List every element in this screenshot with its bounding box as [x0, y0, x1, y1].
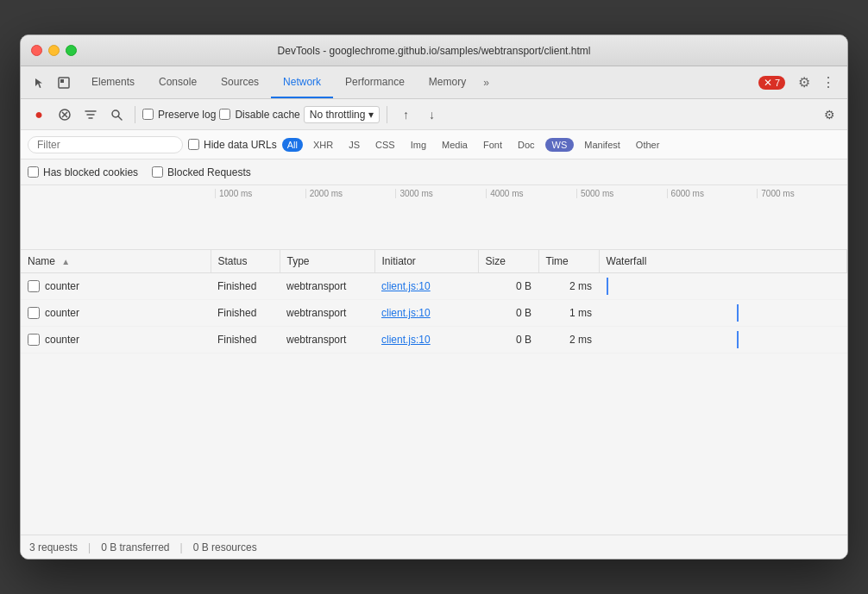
waterfall-bar-0	[607, 278, 608, 295]
disable-cache-label[interactable]: Disable cache	[219, 109, 299, 121]
preserve-log-checkbox[interactable]	[142, 109, 154, 120]
filter-other[interactable]: Other	[631, 138, 665, 152]
tab-network[interactable]: Network	[271, 66, 333, 98]
table-row[interactable]: counter Finished webtransport client.js:…	[21, 273, 847, 300]
hide-data-urls-label[interactable]: Hide data URLs	[188, 139, 277, 151]
table-row[interactable]: counter Finished webtransport client.js:…	[21, 327, 847, 353]
tab-more-button[interactable]: »	[478, 77, 494, 89]
cell-initiator-0: client.js:10	[374, 273, 478, 300]
tab-console[interactable]: Console	[147, 66, 209, 98]
network-toolbar: ● Preserve log Disable cache	[21, 99, 847, 130]
tick-5000: 5000 ms	[576, 189, 667, 198]
filter-ws[interactable]: WS	[545, 138, 575, 152]
network-settings-button[interactable]: ⚙	[818, 103, 840, 126]
col-header-status[interactable]: Status	[211, 250, 280, 273]
cell-time-2: 2 ms	[538, 327, 599, 353]
devtools-settings-button[interactable]: ⚙	[792, 71, 816, 95]
toolbar-divider-2	[387, 106, 387, 123]
tab-list: Elements Console Sources Network Perform…	[79, 66, 494, 98]
disable-cache-checkbox[interactable]	[219, 109, 230, 120]
row-checkbox-2[interactable]	[28, 334, 40, 346]
col-header-time[interactable]: Time	[538, 250, 599, 273]
tab-elements[interactable]: Elements	[79, 66, 147, 98]
col-header-initiator[interactable]: Initiator	[374, 250, 478, 273]
cell-time-1: 1 ms	[538, 300, 599, 327]
has-blocked-cookies-checkbox[interactable]	[28, 166, 39, 178]
row-checkbox-1[interactable]	[28, 307, 40, 319]
tab-memory[interactable]: Memory	[417, 66, 478, 98]
cell-initiator-1: client.js:10	[374, 300, 478, 327]
cell-size-0: 0 B	[478, 273, 538, 300]
hide-data-urls-checkbox[interactable]	[188, 139, 199, 150]
filter-bar: Hide data URLs All XHR JS CSS Img Media …	[21, 130, 847, 159]
requests-count: 3 requests	[29, 541, 78, 553]
filter-font[interactable]: Font	[478, 138, 507, 152]
tick-6000: 6000 ms	[667, 189, 758, 198]
svg-rect-1	[60, 79, 64, 83]
preserve-log-label[interactable]: Preserve log	[142, 109, 216, 121]
initiator-link-1[interactable]: client.js:10	[381, 307, 431, 319]
window-title: DevTools - googlechrome.github.io/sample…	[278, 45, 591, 57]
transferred-size: 0 B transferred	[101, 541, 169, 553]
tab-sources[interactable]: Sources	[209, 66, 271, 98]
toolbar-divider-1	[135, 106, 135, 123]
timeline-header: 1000 ms 2000 ms 3000 ms 4000 ms 5000 ms …	[21, 185, 847, 250]
filter-input[interactable]	[28, 136, 183, 153]
close-button[interactable]	[31, 45, 42, 56]
col-header-type[interactable]: Type	[280, 250, 374, 273]
filter-xhr[interactable]: XHR	[308, 138, 338, 152]
record-button[interactable]: ●	[28, 103, 50, 126]
tick-1000: 1000 ms	[215, 189, 305, 198]
stop-button[interactable]	[53, 103, 76, 126]
cell-waterfall-0	[599, 273, 847, 300]
sort-icon: ▲	[61, 257, 70, 266]
col-header-size[interactable]: Size	[478, 250, 538, 273]
filter-button[interactable]	[79, 103, 102, 126]
import-button[interactable]: ↑	[394, 103, 417, 126]
cursor-icon[interactable]	[28, 71, 52, 95]
search-button[interactable]	[105, 103, 128, 126]
inspect-icon[interactable]	[52, 71, 76, 95]
blocked-requests-label[interactable]: Blocked Requests	[152, 166, 251, 178]
network-table: Name ▲ Status Type Initiator Size Time W…	[21, 250, 847, 353]
titlebar: DevTools - googlechrome.github.io/sample…	[21, 35, 847, 66]
cell-status-2: Finished	[211, 327, 280, 353]
has-blocked-cookies-label[interactable]: Has blocked cookies	[28, 166, 138, 178]
tab-performance[interactable]: Performance	[333, 66, 417, 98]
minimize-button[interactable]	[48, 45, 60, 56]
col-header-waterfall[interactable]: Waterfall	[599, 250, 847, 273]
cell-time-0: 2 ms	[538, 273, 599, 300]
filter-all[interactable]: All	[282, 138, 303, 152]
throttle-select[interactable]: No throttling ▾	[304, 106, 381, 123]
blocked-requests-checkbox[interactable]	[152, 166, 163, 178]
table-row[interactable]: counter Finished webtransport client.js:…	[21, 300, 847, 327]
table-scroll[interactable]: Name ▲ Status Type Initiator Size Time W…	[21, 250, 847, 535]
filter-img[interactable]: Img	[406, 138, 431, 152]
filter-media[interactable]: Media	[437, 138, 473, 152]
initiator-link-2[interactable]: client.js:10	[381, 334, 431, 346]
filter-manifest[interactable]: Manifest	[579, 138, 626, 152]
devtools-more-button[interactable]: ⋮	[816, 71, 840, 95]
cell-type-1: webtransport	[280, 300, 374, 327]
network-table-wrapper: Name ▲ Status Type Initiator Size Time W…	[21, 250, 847, 535]
cell-type-2: webtransport	[280, 327, 374, 353]
initiator-link-0[interactable]: client.js:10	[381, 280, 431, 292]
cell-status-1: Finished	[211, 300, 280, 327]
row-checkbox-0[interactable]	[28, 280, 40, 292]
status-divider-1: |	[88, 541, 91, 553]
tick-4000: 4000 ms	[486, 189, 576, 198]
devtools-tab-bar: Elements Console Sources Network Perform…	[21, 66, 847, 99]
filter-js[interactable]: JS	[343, 138, 365, 152]
waterfall-bar-2	[737, 331, 739, 348]
filter-css[interactable]: CSS	[370, 138, 400, 152]
cell-type-0: webtransport	[280, 273, 374, 300]
maximize-button[interactable]	[66, 45, 77, 56]
cell-waterfall-1	[599, 300, 847, 327]
col-header-name[interactable]: Name ▲	[21, 250, 211, 273]
export-button[interactable]: ↓	[420, 103, 443, 126]
filter-doc[interactable]: Doc	[513, 138, 540, 152]
tick-2000: 2000 ms	[305, 189, 396, 198]
waterfall-bar-1	[737, 304, 739, 322]
tick-3000: 3000 ms	[395, 189, 486, 198]
status-divider-2: |	[180, 541, 183, 553]
